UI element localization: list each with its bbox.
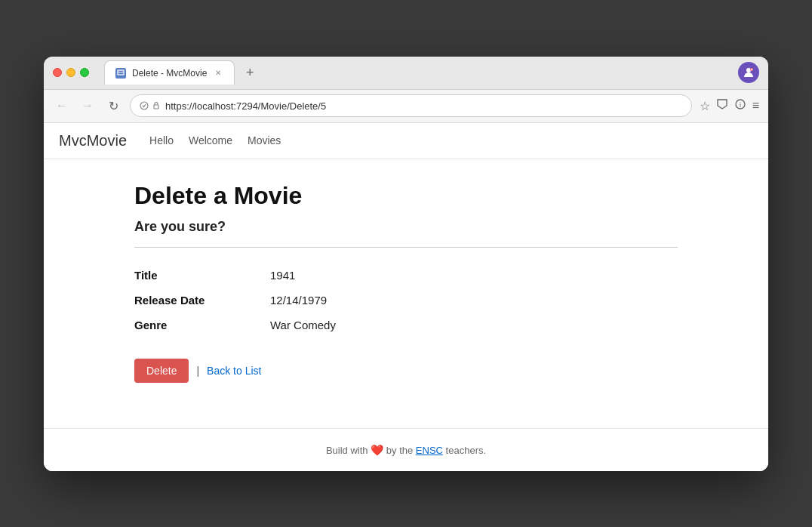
- tab-title: Delete - MvcMovie: [132, 68, 207, 79]
- tab-bar: Delete - MvcMovie ✕ +: [104, 60, 732, 85]
- table-row-genre: Genre War Comedy: [134, 313, 678, 337]
- value-release-date: 12/14/1979: [270, 288, 678, 313]
- footer-text-after: teachers.: [446, 445, 486, 456]
- label-genre: Genre: [134, 313, 270, 337]
- footer-text-middle: by the: [386, 445, 413, 456]
- new-tab-button[interactable]: +: [239, 62, 260, 83]
- table-row-release-date: Release Date 12/14/1979: [134, 288, 678, 313]
- toolbar-right: ☆ i ≡: [700, 98, 759, 113]
- nav-link-welcome[interactable]: Welcome: [189, 134, 232, 146]
- menu-icon[interactable]: ≡: [752, 99, 759, 112]
- nav-link-hello[interactable]: Hello: [149, 134, 174, 146]
- active-tab[interactable]: Delete - MvcMovie ✕: [104, 60, 235, 85]
- nav-link-movies[interactable]: Movies: [248, 134, 281, 146]
- browser-profile-avatar[interactable]: [738, 62, 759, 83]
- site-brand[interactable]: MvcMovie: [59, 132, 127, 149]
- svg-rect-6: [154, 105, 158, 109]
- svg-text:i: i: [740, 101, 741, 109]
- confirm-text: Are you sure?: [134, 219, 678, 235]
- tab-favicon: [115, 68, 126, 79]
- footer-text-before: Build with: [326, 445, 368, 456]
- address-bar: ← → ↻ https://localhost:7294/Movie/Delet…: [44, 90, 768, 123]
- site-footer: Build with ❤️ by the ENSC teachers.: [44, 428, 768, 471]
- close-button[interactable]: [53, 68, 62, 77]
- label-release-date: Release Date: [134, 288, 270, 313]
- pocket-icon[interactable]: [716, 98, 728, 113]
- browser-window: Delete - MvcMovie ✕ + ← → ↻: [44, 57, 768, 471]
- value-genre: War Comedy: [270, 313, 678, 337]
- url-text: https://localhost:7294/Movie/Delete/5: [165, 100, 682, 112]
- bookmark-icon[interactable]: ☆: [700, 99, 710, 113]
- forward-nav-button[interactable]: →: [78, 97, 97, 115]
- page-content: MvcMovie Hello Welcome Movies Delete a M…: [44, 123, 768, 471]
- url-bar[interactable]: https://localhost:7294/Movie/Delete/5: [130, 94, 692, 117]
- info-icon[interactable]: i: [734, 98, 746, 113]
- svg-point-4: [751, 69, 752, 70]
- value-title: 1941: [270, 263, 678, 288]
- section-divider: [134, 247, 678, 248]
- traffic-lights: [53, 68, 89, 77]
- table-row-title: Title 1941: [134, 263, 678, 288]
- action-separator: |: [196, 365, 199, 377]
- svg-point-2: [746, 68, 751, 72]
- maximize-button[interactable]: [80, 68, 89, 77]
- main-content: Delete a Movie Are you sure? Title 1941 …: [44, 159, 768, 428]
- tab-close-button[interactable]: ✕: [213, 68, 223, 79]
- back-nav-button[interactable]: ←: [53, 97, 71, 115]
- site-nav: MvcMovie Hello Welcome Movies: [44, 123, 768, 159]
- page-title: Delete a Movie: [134, 182, 678, 210]
- security-icons: [140, 101, 161, 110]
- back-to-list-link[interactable]: Back to List: [207, 365, 261, 377]
- title-bar: Delete - MvcMovie ✕ +: [44, 57, 768, 90]
- minimize-button[interactable]: [66, 68, 75, 77]
- heart-icon: ❤️: [371, 444, 383, 456]
- form-actions: Delete | Back to List: [134, 359, 678, 383]
- delete-button[interactable]: Delete: [134, 359, 189, 383]
- reload-button[interactable]: ↻: [104, 97, 122, 115]
- label-title: Title: [134, 263, 270, 288]
- ensc-link[interactable]: ENSC: [416, 445, 443, 456]
- movie-details-table: Title 1941 Release Date 12/14/1979 Genre…: [134, 263, 678, 337]
